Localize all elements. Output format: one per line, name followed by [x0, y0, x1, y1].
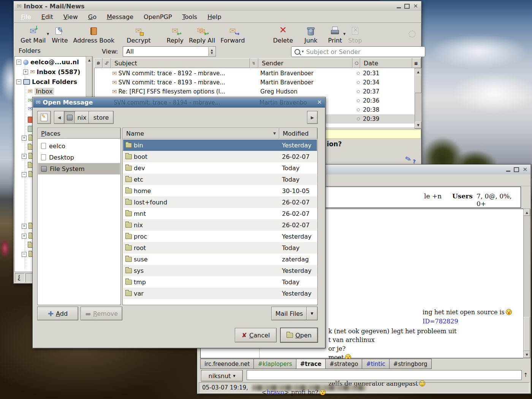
forward-arrow-button[interactable]: ▶	[307, 111, 318, 124]
filesystem-crumb-button[interactable]	[64, 111, 75, 124]
cancel-button[interactable]: ✘Cancel	[235, 328, 277, 342]
crumb-store[interactable]: store	[89, 111, 114, 124]
scroll-down-arrow[interactable]: ▼	[524, 351, 530, 358]
combo-spinner-icon[interactable]: ▲▼	[208, 47, 215, 56]
expand-icon[interactable]: +	[23, 70, 28, 74]
print-button[interactable]: Print	[325, 25, 345, 45]
add-button[interactable]: ✚Add	[37, 307, 78, 320]
menu-message[interactable]: Message	[107, 13, 133, 21]
address-book-button[interactable]: Address Book	[71, 25, 117, 45]
close-icon[interactable]: ✕	[522, 167, 527, 173]
irc-scrollbar[interactable]: ▲ ▼	[523, 209, 530, 358]
modified-column-header[interactable]: Modified	[279, 128, 317, 139]
chat-link[interactable]: ID=782829	[423, 318, 458, 325]
col-sender[interactable]: Sender	[258, 58, 353, 68]
dialog-titlebar[interactable]: ✉ Open Message SVN commit: trace - 8194 …	[33, 98, 325, 108]
forward-button[interactable]: ✉↪ Forward	[218, 25, 247, 45]
delete-button[interactable]: ✕ Delete	[270, 25, 296, 45]
file-row[interactable]: etcToday	[123, 174, 317, 185]
get-mail-button[interactable]: ✉↓ Get Mail	[18, 25, 48, 45]
file-row[interactable]: susezaterdag	[123, 253, 317, 265]
search-dropdown-icon[interactable]: ▼	[302, 50, 304, 53]
scroll-to-bottom-icon[interactable]: ↑	[523, 372, 528, 378]
file-row[interactable]: procYesterday	[123, 231, 317, 242]
thread-scrollbar[interactable]: ▲▼	[415, 68, 422, 129]
col-subject[interactable]: Subject	[111, 58, 250, 68]
enigmail-pen-icon[interactable]: ✎	[404, 154, 412, 163]
remove-button[interactable]: ▬Remove	[81, 307, 122, 320]
decrypt-button[interactable]: ✉ Decrypt	[124, 25, 153, 45]
file-row[interactable]: boot26-02-07	[123, 151, 317, 162]
nick-selector[interactable]: niksnut▼	[201, 370, 243, 382]
mail-titlebar[interactable]: ✉ Inbox - Mail/News ✕	[14, 2, 421, 11]
file-row[interactable]: lost+found26-02-07	[123, 196, 317, 208]
menu-openpgp[interactable]: OpenPGP	[144, 13, 172, 21]
message-row[interactable]: ✉SVN commit: trace - 8193 - mbrave... Ma…	[95, 78, 415, 87]
search-box[interactable]: ▼	[291, 46, 425, 57]
file-row[interactable]: devToday	[123, 162, 317, 174]
reply-all-button[interactable]: ✉↩ Reply All	[186, 25, 218, 45]
crumb-nix[interactable]: nix	[74, 111, 89, 124]
tree-account[interactable]: − eelco@...uu.nl	[16, 59, 79, 66]
scroll-thumb[interactable]	[524, 317, 530, 351]
menu-help[interactable]: Help	[207, 13, 221, 21]
menu-go[interactable]: Go	[88, 13, 97, 21]
collapse-icon[interactable]: −	[16, 60, 21, 65]
tree-folder-row[interactable]: ✉	[28, 106, 33, 112]
collapse-icon[interactable]: −	[16, 79, 21, 84]
junk-button[interactable]: ⊘ Junk	[302, 25, 320, 45]
view-combo[interactable]: All ▲▼	[123, 46, 216, 57]
tab-klaplopers[interactable]: #klaplopers	[254, 359, 296, 369]
tab-stringborg[interactable]: #stringborg	[390, 359, 432, 369]
file-row[interactable]: binYesterday	[123, 139, 317, 151]
tab-server[interactable]: irc.freenode.net	[200, 359, 254, 369]
file-row[interactable]: sysYesterday	[123, 265, 317, 276]
maximize-icon[interactable]	[514, 167, 519, 172]
close-icon[interactable]: ✕	[413, 3, 418, 9]
new-folder-button[interactable]: ✎	[37, 111, 51, 124]
place-eelco[interactable]: eelco	[38, 140, 120, 152]
maximize-icon[interactable]	[404, 4, 410, 9]
place-desktop[interactable]: Desktop	[38, 152, 120, 163]
file-row[interactable]: tmpToday	[123, 276, 317, 288]
filter-combo-arrow[interactable]: ▼	[306, 307, 318, 320]
offline-indicator[interactable]	[15, 273, 25, 282]
menu-file[interactable]: File	[21, 13, 31, 21]
column-picker-icon[interactable]: ▦	[412, 58, 421, 68]
col-attachment[interactable]: 🖇︎	[103, 58, 111, 68]
tree-inbox-account[interactable]: + ✉ Inbox (5587)	[23, 68, 80, 76]
back-arrow-button[interactable]: ◀	[54, 111, 65, 124]
place-filesystem[interactable]: File System	[38, 163, 120, 174]
file-row[interactable]: rootToday	[123, 242, 317, 253]
filter-combo[interactable]: Mail Files	[271, 307, 307, 320]
places-header[interactable]: Places	[38, 128, 120, 139]
file-row[interactable]: mnt26-02-07	[123, 208, 317, 219]
name-column-header[interactable]: Name ▼	[123, 128, 279, 139]
close-icon[interactable]: ✕	[317, 100, 322, 105]
file-row[interactable]: home30-10-05	[123, 185, 317, 196]
file-row[interactable]: nix26-02-07	[123, 219, 317, 231]
tree-local-folders[interactable]: − Local Folders	[16, 78, 77, 86]
tab-stratego[interactable]: #stratego	[326, 359, 362, 369]
col-date[interactable]: Date	[360, 58, 412, 68]
tree-inbox-local[interactable]: ✉ Inbox	[28, 88, 54, 95]
menu-edit[interactable]: Edit	[41, 13, 53, 21]
reply-button[interactable]: ✉↩ Reply	[164, 25, 186, 45]
col-read[interactable]	[353, 58, 360, 68]
menu-view[interactable]: View	[63, 13, 78, 21]
enigmail-question-icon[interactable]: ?	[413, 158, 416, 165]
tab-trace[interactable]: #trace	[296, 359, 326, 369]
search-input[interactable]	[305, 48, 405, 56]
menu-tools[interactable]: Tools	[182, 13, 197, 21]
message-row[interactable]: ✉SVN commit: trace - 8192 - mbrave... Ma…	[95, 69, 415, 78]
write-button[interactable]: ✎ Write	[49, 25, 70, 45]
col-thread[interactable]: ↯	[250, 58, 258, 68]
tab-tintic[interactable]: #tintic	[362, 359, 389, 369]
file-row[interactable]: varYesterday	[123, 288, 317, 299]
minimize-icon[interactable]	[506, 171, 510, 172]
irc-input[interactable]	[247, 370, 522, 380]
col-flag[interactable]	[94, 58, 103, 68]
scroll-up-arrow[interactable]: ▲	[524, 209, 530, 216]
message-row[interactable]: ✉Re: [RFC] FSFS filesystem options (l...…	[95, 87, 415, 96]
minimize-icon[interactable]	[397, 7, 401, 8]
